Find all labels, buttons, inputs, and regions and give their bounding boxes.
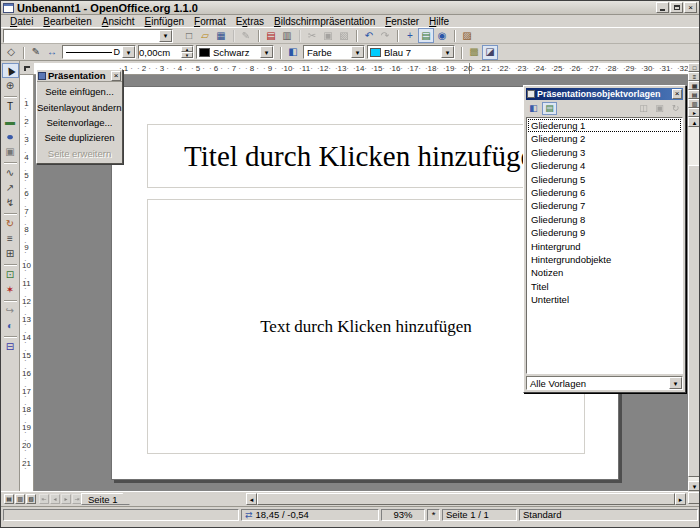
menu-item[interactable]: Bearbeiten [38, 16, 96, 27]
notes-view-icon[interactable]: ▤ [688, 90, 700, 99]
save-icon[interactable]: ▦ [213, 28, 229, 43]
presentation-icon[interactable]: ⊟ [2, 339, 19, 354]
palette-item[interactable]: Seite einfügen... [37, 84, 122, 99]
style-list-item[interactable]: Gliederung 9 [528, 226, 681, 239]
vertical-ruler[interactable]: 123456789101112131415161718192021 [20, 75, 34, 491]
status-page-field[interactable]: Seite 1 / 1 [442, 509, 517, 521]
gallery-icon[interactable]: ▨ [459, 28, 475, 43]
horizontal-ruler[interactable]: 1234567891011121314151617181920212223242… [34, 63, 688, 75]
stylist-close-button[interactable]: × [672, 89, 682, 99]
menu-item[interactable]: Einfügen [140, 16, 189, 27]
effects-icon[interactable]: ✶ [2, 282, 19, 297]
shadow-icon[interactable]: ▩ [466, 45, 482, 60]
fill-type-arrow[interactable]: ▾ [351, 46, 364, 58]
cut-icon[interactable]: ✂ [304, 28, 320, 43]
paste-icon[interactable]: ▧ [336, 28, 352, 43]
scroll-left-button[interactable]: ◂ [246, 493, 257, 505]
hyperlink-icon[interactable]: ◉ [434, 28, 450, 43]
slides-view-icon[interactable]: ▦ [688, 81, 700, 90]
style-list-item[interactable]: Gliederung 5 [528, 173, 681, 186]
graphics-styles-icon[interactable]: ◧ [526, 102, 541, 115]
menu-item[interactable]: Bildschirmpräsentation [269, 16, 380, 27]
style-list-item[interactable]: Untertitel [528, 293, 681, 306]
status-template-field[interactable]: Standard [519, 509, 698, 521]
alignment-icon[interactable]: ≡ [2, 231, 19, 246]
style-filter-arrow[interactable]: ▾ [669, 377, 682, 389]
minimize-button[interactable] [656, 2, 669, 13]
palette-close-button[interactable]: × [111, 71, 121, 81]
menu-item[interactable]: Fenster [380, 16, 424, 27]
3d-objects-icon[interactable]: ▣ [2, 144, 19, 159]
copy-icon[interactable]: ▣ [320, 28, 336, 43]
fill-color-arrow[interactable]: ▾ [441, 46, 454, 58]
page-tab[interactable]: Seite 1 [81, 493, 130, 505]
lines-arrows-icon[interactable]: ↗ [2, 180, 19, 195]
layer-view-mode-icon[interactable]: ▧ [26, 494, 36, 504]
presentation-box-icon[interactable]: ◪ [482, 45, 498, 60]
stylist-icon[interactable]: ▤ [418, 28, 434, 43]
text-icon[interactable]: T [2, 99, 19, 114]
style-list-item[interactable]: Gliederung 4 [528, 159, 681, 172]
arrange-icon[interactable]: ⊞ [2, 246, 19, 261]
drawing-view-icon[interactable]: □ [688, 63, 700, 72]
vertical-scroll-thumb[interactable] [688, 165, 700, 477]
style-list-item[interactable]: Notizen [528, 266, 681, 279]
menu-item[interactable]: Format [189, 16, 231, 27]
navigator-icon[interactable]: + [402, 28, 418, 43]
next-page-icon[interactable]: ▸ [61, 494, 71, 504]
style-list-item[interactable]: Gliederung 8 [528, 213, 681, 226]
url-combo-arrow[interactable]: ▾ [159, 30, 172, 42]
outline-view-icon[interactable]: ≡ [688, 72, 700, 81]
stylist-titlebar[interactable]: Präsentationsobjektvorlagen × [526, 88, 683, 100]
slide-view-mode-icon[interactable]: ▤ [4, 494, 14, 504]
style-list-item[interactable]: Gliederung 2 [528, 132, 681, 145]
edit-points-icon[interactable]: ◇ [3, 45, 19, 60]
update-style-icon[interactable]: ↻ [668, 102, 683, 115]
start-presentation-icon[interactable]: ▸ [688, 108, 700, 117]
select-icon[interactable]: ▶ [2, 63, 19, 78]
close-button[interactable]: × [684, 2, 697, 13]
interaction-icon[interactable]: ↪ [2, 303, 19, 318]
style-list-item[interactable]: Gliederung 3 [528, 146, 681, 159]
style-list-item[interactable]: Hintergrundobjekte [528, 253, 681, 266]
horizontal-scroll-thumb[interactable] [257, 493, 675, 505]
master-view-mode-icon[interactable]: ▥ [15, 494, 25, 504]
export-pdf-icon[interactable]: ▤ [263, 28, 279, 43]
palette-item[interactable]: Seitenvorlage... [37, 115, 122, 130]
fill-icon[interactable]: ◧ [285, 45, 301, 60]
redo-icon[interactable]: ↷ [377, 28, 393, 43]
palette-item[interactable]: Seite duplizieren [37, 130, 122, 145]
presentation-styles-icon[interactable]: ▤ [542, 102, 557, 115]
title-bar[interactable]: Unbenannt1 - OpenOffice.org 1.1.0 × [1, 1, 699, 15]
open-icon[interactable]: ▱ [197, 28, 213, 43]
line-width-down-button[interactable]: ▾ [181, 52, 193, 58]
curve-icon[interactable]: ∿ [2, 165, 19, 180]
line-color-arrow[interactable]: ▾ [260, 46, 273, 58]
style-list-item[interactable]: Gliederung 7 [528, 199, 681, 212]
undo-icon[interactable]: ↶ [361, 28, 377, 43]
title-placeholder[interactable]: Titel durch Klicken hinzufügen [147, 124, 585, 188]
style-list-item[interactable]: Hintergrund [528, 240, 681, 253]
print-icon[interactable]: ▥ [279, 28, 295, 43]
3d-effects-icon[interactable]: ◐ [2, 318, 19, 333]
restore-button[interactable] [670, 2, 683, 13]
style-list-item[interactable]: Gliederung 6 [528, 186, 681, 199]
tab-stop-selector[interactable] [20, 63, 34, 75]
rectangle-icon[interactable]: ▬ [2, 114, 19, 129]
status-position-field[interactable]: ⇄ 18,45 / -0,54 [241, 509, 379, 521]
rotate-icon[interactable]: ↻ [2, 216, 19, 231]
insert-icon[interactable]: ⊡ [2, 267, 19, 282]
status-zoom-field[interactable]: 93% [381, 509, 425, 521]
menu-item[interactable]: Extras [231, 16, 269, 27]
edit-file-icon[interactable]: ✎ [238, 28, 254, 43]
fill-format-mode-icon[interactable]: ◫ [636, 102, 651, 115]
style-list-item[interactable]: Gliederung 1 [528, 119, 681, 132]
vertical-scrollbar[interactable]: ▴ ▾ [688, 117, 700, 491]
arrow-style-icon[interactable]: ↔ [44, 45, 60, 60]
scroll-down-button[interactable]: ▾ [688, 481, 700, 491]
connector-icon[interactable]: ↯ [2, 195, 19, 210]
line-style-arrow[interactable]: ▾ [122, 46, 135, 58]
line-icon[interactable]: ✎ [28, 45, 44, 60]
palette-item[interactable]: Seitenlayout ändern... [37, 99, 122, 114]
scroll-up-button[interactable]: ▴ [688, 117, 700, 127]
